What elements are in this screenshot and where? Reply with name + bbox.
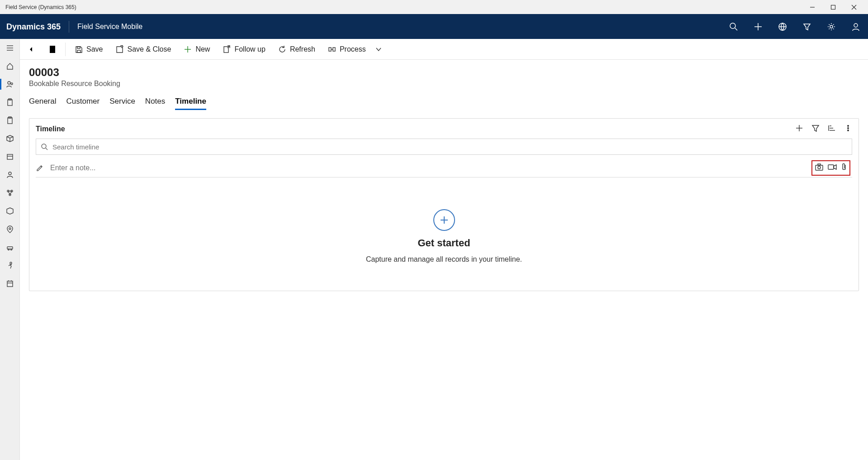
divider [65, 43, 66, 56]
note-attach-button[interactable] [841, 163, 847, 173]
left-nav-rail [0, 39, 20, 460]
empty-state-subtitle: Capture and manage all records in your t… [366, 255, 522, 264]
hamburger-icon [6, 44, 14, 52]
timeline-empty-state: Get started Capture and manage all recor… [36, 209, 852, 264]
home-icon [6, 62, 14, 70]
funnel-icon [802, 22, 811, 31]
note-camera-button[interactable] [815, 163, 823, 172]
nav-time-off[interactable] [0, 256, 20, 274]
pencil-icon [36, 164, 44, 172]
timeline-more-button[interactable] [844, 124, 852, 134]
camera-icon [815, 163, 823, 171]
sort-icon [828, 124, 836, 132]
search-icon [41, 143, 48, 150]
svg-point-59 [848, 125, 849, 127]
save-close-button[interactable]: Save & Close [110, 43, 176, 56]
refresh-icon [278, 45, 286, 53]
tab-service[interactable]: Service [109, 94, 135, 110]
window-close-button[interactable] [844, 0, 864, 14]
tab-notes[interactable]: Notes [145, 94, 165, 110]
svg-point-15 [8, 81, 10, 84]
svg-rect-67 [818, 164, 821, 165]
timeline-search-row [36, 139, 852, 155]
nav-vehicle[interactable] [0, 238, 20, 256]
window-titlebar: Field Service (Dynamics 365) [0, 0, 868, 14]
svg-rect-17 [8, 100, 12, 105]
nav-map[interactable] [0, 220, 20, 238]
timeline-note-row [36, 158, 852, 177]
window-minimize-button[interactable] [802, 0, 823, 14]
more-commands-button[interactable] [373, 43, 384, 56]
svg-point-23 [9, 172, 11, 175]
timeline-filter-button[interactable] [811, 124, 820, 134]
svg-rect-40 [50, 46, 55, 53]
nav-hamburger[interactable] [0, 39, 20, 57]
plus-icon [795, 124, 803, 132]
process-icon [328, 45, 336, 53]
nav-inventory[interactable] [0, 202, 20, 220]
nav-clipboard-2[interactable] [0, 111, 20, 129]
user-menu-button[interactable] [844, 14, 868, 39]
globe-button[interactable] [770, 14, 795, 39]
person-icon [6, 171, 14, 179]
record-selector-button[interactable] [43, 40, 62, 58]
svg-rect-19 [8, 118, 12, 124]
nav-contacts[interactable] [0, 166, 20, 184]
save-button[interactable]: Save [69, 43, 108, 56]
svg-rect-21 [7, 154, 13, 159]
nav-clipboard-1[interactable] [0, 93, 20, 111]
global-create-button[interactable] [746, 14, 770, 39]
svg-point-33 [10, 249, 12, 250]
timeline-sort-button[interactable] [828, 124, 836, 134]
nav-calendar[interactable] [0, 274, 20, 292]
global-filter-button[interactable] [795, 14, 819, 39]
svg-rect-68 [828, 165, 834, 169]
svg-point-32 [8, 249, 9, 250]
record-title: 00003 [29, 66, 859, 79]
process-button[interactable]: Process [323, 43, 371, 56]
svg-point-60 [848, 128, 849, 129]
settings-button[interactable] [819, 14, 844, 39]
global-search-button[interactable] [721, 14, 746, 39]
svg-point-16 [11, 83, 13, 85]
empty-state-title: Get started [417, 237, 470, 249]
save-label: Save [86, 45, 103, 53]
empty-state-add-button[interactable] [433, 209, 455, 231]
new-button[interactable]: New [178, 43, 215, 56]
tab-timeline[interactable]: Timeline [175, 94, 206, 110]
timeline-add-button[interactable] [795, 124, 803, 134]
follow-up-label: Follow up [234, 45, 265, 53]
timeline-search-input[interactable] [52, 143, 847, 151]
maximize-icon [830, 5, 836, 10]
svg-point-62 [42, 144, 46, 149]
note-video-button[interactable] [828, 164, 837, 172]
note-attach-group [811, 160, 850, 176]
arrow-left-icon [28, 45, 37, 54]
nav-products[interactable] [0, 129, 20, 148]
nav-home[interactable] [0, 57, 20, 75]
nav-connections[interactable] [0, 184, 20, 202]
app-header: Dynamics 365 Field Service Mobile [0, 14, 868, 39]
svg-rect-43 [77, 50, 81, 53]
timeline-note-input[interactable] [50, 164, 805, 172]
svg-point-66 [818, 166, 821, 169]
clipboard-icon [6, 98, 14, 106]
tab-customer[interactable]: Customer [66, 94, 100, 110]
search-icon [729, 22, 738, 31]
plus-icon [754, 22, 763, 31]
nav-assets[interactable] [0, 148, 20, 166]
paperclip-icon [841, 163, 847, 171]
people-icon [6, 80, 14, 88]
save-close-label: Save & Close [127, 45, 171, 53]
svg-point-4 [730, 23, 735, 29]
timeline-panel: Timeline [29, 118, 859, 291]
window-maximize-button[interactable] [823, 0, 844, 14]
nav-back-button[interactable] [24, 40, 42, 58]
follow-up-button[interactable]: Follow up [217, 43, 270, 56]
record-subtitle: Bookable Resource Booking [29, 80, 859, 88]
tab-general[interactable]: General [29, 94, 56, 110]
refresh-button[interactable]: Refresh [273, 43, 321, 56]
followup-icon [223, 45, 231, 53]
nav-bookings[interactable] [0, 75, 20, 93]
save-close-icon [115, 45, 123, 53]
